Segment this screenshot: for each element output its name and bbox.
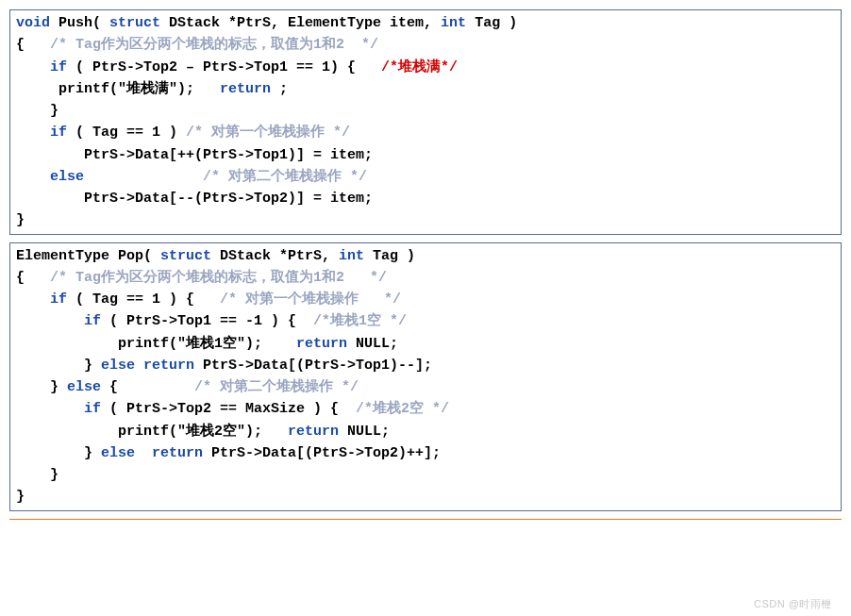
- indent: [16, 125, 50, 141]
- code-text: printf("堆栈2空");: [16, 424, 288, 440]
- comment-stack2-op: /* 对第二个堆栈操作 */: [203, 169, 367, 185]
- code-text: }: [16, 358, 101, 374]
- code-text: NULL;: [347, 336, 398, 352]
- keyword-int: int: [441, 15, 466, 31]
- code-text: ElementType Pop(: [16, 248, 160, 264]
- code-text: PtrS->Data[++(PtrS->Top1)] = item;: [16, 147, 373, 163]
- keyword-else: else: [67, 379, 101, 395]
- keyword-return: return: [152, 445, 203, 461]
- code-text: }: [16, 379, 67, 395]
- code-block-push: void Push( struct DStack *PtrS, ElementT…: [9, 9, 842, 235]
- code-text: ( PtrS->Top2 – PtrS->Top1 == 1) {: [67, 59, 381, 75]
- comment-stack-full: /*堆栈满*/: [381, 59, 458, 75]
- code-text: DStack *PtrS,: [211, 248, 339, 264]
- indent: [16, 401, 84, 417]
- comment-stack2-op: /* 对第二个堆栈操作 */: [194, 379, 359, 395]
- comment-stack1-empty: /*堆栈1空 */: [313, 313, 407, 329]
- keyword-return: return: [296, 336, 347, 352]
- brace-close: }: [16, 467, 58, 483]
- keyword-void: void: [16, 15, 50, 31]
- keyword-return: return: [288, 424, 339, 440]
- code-text: [84, 169, 203, 185]
- indent: [16, 169, 50, 185]
- keyword-if: if: [50, 59, 67, 75]
- code-text: ( Tag == 1 ): [67, 125, 186, 141]
- code-text: PtrS->Data[(PtrS->Top1)--];: [194, 358, 432, 374]
- comment-stack2-empty: /*堆栈2空 */: [356, 401, 449, 417]
- keyword-struct: struct: [109, 15, 160, 31]
- keyword-else: else: [50, 169, 84, 185]
- keyword-else: else: [101, 358, 135, 374]
- brace-close: }: [16, 489, 25, 505]
- indent: [16, 59, 50, 75]
- code-text: ;: [271, 81, 288, 97]
- code-text: Tag ): [364, 248, 415, 264]
- code-text: PtrS->Data[(PtrS->Top2)++];: [203, 445, 441, 461]
- code-text: Push(: [50, 15, 109, 31]
- code-text: }: [16, 445, 101, 461]
- comment-tag-desc: /* Tag作为区分两个堆栈的标志，取值为1和2 */: [50, 270, 387, 286]
- code-text: ( PtrS->Top2 == MaxSize ) {: [101, 401, 356, 417]
- code-text: ( Tag == 1 ) {: [67, 291, 220, 308]
- code-text: {: [101, 379, 194, 395]
- code-text: NULL;: [339, 424, 390, 440]
- code-text: Tag ): [466, 15, 517, 31]
- keyword-struct: struct: [160, 248, 211, 264]
- code-text: [135, 445, 152, 461]
- keyword-else: else: [101, 445, 135, 461]
- code-text: DStack *PtrS, ElementType item,: [160, 15, 441, 31]
- keyword-int: int: [339, 248, 364, 264]
- brace-open: {: [16, 270, 50, 286]
- keyword-if: if: [50, 291, 67, 308]
- keyword-return: return: [220, 81, 271, 97]
- divider-line: [9, 519, 842, 520]
- indent: [16, 291, 50, 308]
- brace-open: {: [16, 37, 50, 53]
- comment-stack1-op: /* 对第一个堆栈操作 */: [186, 125, 350, 141]
- code-text: ( PtrS->Top1 == -1 ) {: [101, 313, 313, 329]
- code-text: printf("堆栈1空");: [16, 336, 296, 352]
- code-block-pop: ElementType Pop( struct DStack *PtrS, in…: [9, 242, 842, 511]
- comment-stack1-op: /* 对第一个堆栈操作 */: [220, 291, 401, 308]
- keyword-if: if: [50, 125, 67, 141]
- brace-close: }: [16, 212, 25, 228]
- keyword-if: if: [84, 401, 101, 417]
- code-text: printf("堆栈满");: [16, 81, 220, 97]
- code-text: PtrS->Data[--(PtrS->Top2)] = item;: [16, 191, 373, 207]
- keyword-return: return: [143, 358, 194, 374]
- indent: [16, 313, 84, 329]
- code-text: [135, 358, 143, 374]
- keyword-if: if: [84, 313, 101, 329]
- brace-close: }: [16, 103, 58, 119]
- comment-tag-desc: /* Tag作为区分两个堆栈的标志，取值为1和2 */: [50, 37, 378, 53]
